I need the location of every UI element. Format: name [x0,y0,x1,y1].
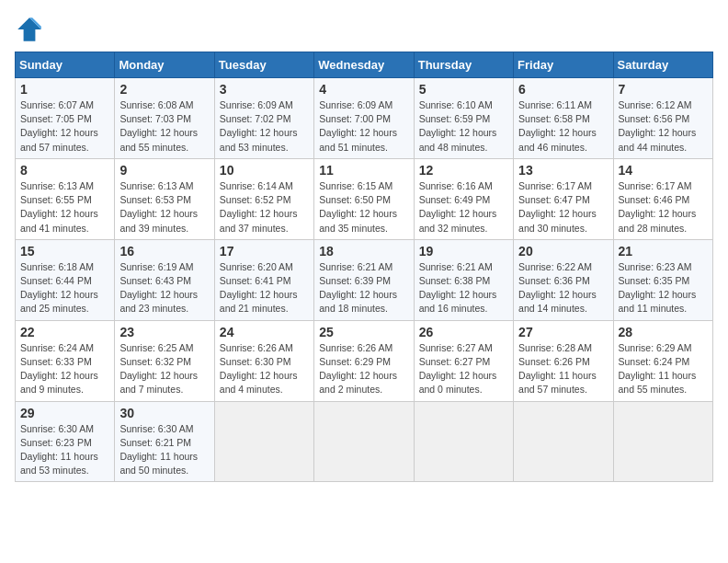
day-number: 1 [20,82,109,97]
col-header-friday: Friday [514,52,613,78]
svg-marker-0 [17,17,41,41]
day-detail: Sunrise: 6:11 AMSunset: 6:58 PMDaylight:… [518,99,597,153]
col-header-sunday: Sunday [16,52,115,78]
calendar-cell: 11Sunrise: 6:15 AMSunset: 6:50 PMDayligh… [314,158,414,239]
day-number: 2 [119,82,209,97]
col-header-thursday: Thursday [414,52,513,78]
day-detail: Sunrise: 6:18 AMSunset: 6:44 PMDaylight:… [20,261,98,315]
day-detail: Sunrise: 6:16 AMSunset: 6:49 PMDaylight:… [419,180,497,234]
calendar-cell [214,401,313,482]
calendar-cell: 20Sunrise: 6:22 AMSunset: 6:36 PMDayligh… [514,239,613,320]
week-row-3: 15Sunrise: 6:18 AMSunset: 6:44 PMDayligh… [16,239,713,320]
calendar-table: SundayMondayTuesdayWednesdayThursdayFrid… [15,52,713,482]
calendar-cell: 4Sunrise: 6:09 AMSunset: 7:00 PMDaylight… [314,78,414,159]
day-number: 29 [20,406,109,420]
calendar-cell: 12Sunrise: 6:16 AMSunset: 6:49 PMDayligh… [414,158,513,239]
calendar-cell [414,401,513,482]
logo [15,15,48,44]
calendar-cell: 17Sunrise: 6:20 AMSunset: 6:41 PMDayligh… [214,239,313,320]
calendar-cell: 30Sunrise: 6:30 AMSunset: 6:21 PMDayligh… [115,401,214,482]
day-detail: Sunrise: 6:08 AMSunset: 7:03 PMDaylight:… [119,99,198,153]
day-number: 9 [119,163,209,178]
calendar-cell: 13Sunrise: 6:17 AMSunset: 6:47 PMDayligh… [514,158,613,239]
day-detail: Sunrise: 6:30 AMSunset: 6:21 PMDaylight:… [119,423,198,477]
day-number: 18 [319,244,408,259]
day-number: 26 [419,325,508,339]
calendar-cell [514,401,613,482]
day-detail: Sunrise: 6:09 AMSunset: 7:02 PMDaylight:… [220,99,298,153]
day-detail: Sunrise: 6:20 AMSunset: 6:41 PMDaylight:… [220,261,298,315]
day-detail: Sunrise: 6:07 AMSunset: 7:05 PMDaylight:… [20,99,98,153]
day-number: 27 [518,325,608,339]
day-detail: Sunrise: 6:25 AMSunset: 6:32 PMDaylight:… [119,342,198,396]
calendar-cell [613,401,712,482]
calendar-cell: 6Sunrise: 6:11 AMSunset: 6:58 PMDaylight… [514,78,613,159]
day-number: 11 [319,163,408,178]
calendar-cell: 14Sunrise: 6:17 AMSunset: 6:46 PMDayligh… [613,158,712,239]
day-detail: Sunrise: 6:22 AMSunset: 6:36 PMDaylight:… [518,261,597,315]
calendar-cell: 22Sunrise: 6:24 AMSunset: 6:33 PMDayligh… [16,320,115,401]
day-number: 23 [119,325,209,339]
day-number: 5 [419,82,508,97]
calendar-cell: 1Sunrise: 6:07 AMSunset: 7:05 PMDaylight… [16,78,115,159]
calendar-cell: 16Sunrise: 6:19 AMSunset: 6:43 PMDayligh… [115,239,214,320]
day-detail: Sunrise: 6:13 AMSunset: 6:53 PMDaylight:… [119,180,198,234]
day-detail: Sunrise: 6:17 AMSunset: 6:47 PMDaylight:… [518,180,597,234]
day-detail: Sunrise: 6:28 AMSunset: 6:26 PMDaylight:… [518,342,597,396]
day-detail: Sunrise: 6:21 AMSunset: 6:38 PMDaylight:… [419,261,497,315]
day-detail: Sunrise: 6:10 AMSunset: 6:59 PMDaylight:… [419,99,497,153]
day-number: 24 [220,325,309,339]
day-number: 12 [419,163,508,178]
day-detail: Sunrise: 6:24 AMSunset: 6:33 PMDaylight:… [20,342,98,396]
calendar-cell: 28Sunrise: 6:29 AMSunset: 6:24 PMDayligh… [613,320,712,401]
day-detail: Sunrise: 6:30 AMSunset: 6:23 PMDaylight:… [20,423,98,477]
day-detail: Sunrise: 6:09 AMSunset: 7:00 PMDaylight:… [319,99,397,153]
calendar-cell: 8Sunrise: 6:13 AMSunset: 6:55 PMDaylight… [16,158,115,239]
day-number: 3 [220,82,309,97]
header-row: SundayMondayTuesdayWednesdayThursdayFrid… [16,52,713,78]
calendar-cell: 24Sunrise: 6:26 AMSunset: 6:30 PMDayligh… [214,320,313,401]
calendar-cell [314,401,414,482]
week-row-1: 1Sunrise: 6:07 AMSunset: 7:05 PMDaylight… [16,78,713,159]
day-detail: Sunrise: 6:12 AMSunset: 6:56 PMDaylight:… [619,99,697,153]
day-detail: Sunrise: 6:21 AMSunset: 6:39 PMDaylight:… [319,261,397,315]
col-header-saturday: Saturday [613,52,712,78]
day-detail: Sunrise: 6:23 AMSunset: 6:35 PMDaylight:… [619,261,697,315]
calendar-cell: 10Sunrise: 6:14 AMSunset: 6:52 PMDayligh… [214,158,313,239]
col-header-monday: Monday [115,52,214,78]
day-number: 20 [518,244,608,259]
day-number: 14 [619,163,708,178]
week-row-2: 8Sunrise: 6:13 AMSunset: 6:55 PMDaylight… [16,158,713,239]
logo-icon [15,15,44,44]
day-number: 6 [518,82,608,97]
calendar-cell: 25Sunrise: 6:26 AMSunset: 6:29 PMDayligh… [314,320,414,401]
col-header-wednesday: Wednesday [314,52,414,78]
day-number: 13 [518,163,608,178]
day-number: 10 [220,163,309,178]
calendar-cell: 27Sunrise: 6:28 AMSunset: 6:26 PMDayligh… [514,320,613,401]
calendar-cell: 23Sunrise: 6:25 AMSunset: 6:32 PMDayligh… [115,320,214,401]
week-row-4: 22Sunrise: 6:24 AMSunset: 6:33 PMDayligh… [16,320,713,401]
calendar-cell: 26Sunrise: 6:27 AMSunset: 6:27 PMDayligh… [414,320,513,401]
day-detail: Sunrise: 6:19 AMSunset: 6:43 PMDaylight:… [119,261,198,315]
day-number: 8 [20,163,109,178]
day-number: 22 [20,325,109,339]
calendar-cell: 9Sunrise: 6:13 AMSunset: 6:53 PMDaylight… [115,158,214,239]
page-header [15,15,713,44]
day-detail: Sunrise: 6:29 AMSunset: 6:24 PMDaylight:… [619,342,697,396]
calendar-cell: 3Sunrise: 6:09 AMSunset: 7:02 PMDaylight… [214,78,313,159]
calendar-cell: 2Sunrise: 6:08 AMSunset: 7:03 PMDaylight… [115,78,214,159]
day-detail: Sunrise: 6:14 AMSunset: 6:52 PMDaylight:… [220,180,298,234]
col-header-tuesday: Tuesday [214,52,313,78]
calendar-cell: 7Sunrise: 6:12 AMSunset: 6:56 PMDaylight… [613,78,712,159]
day-number: 7 [619,82,708,97]
day-number: 21 [619,244,708,259]
calendar-cell: 15Sunrise: 6:18 AMSunset: 6:44 PMDayligh… [16,239,115,320]
day-number: 15 [20,244,109,259]
day-detail: Sunrise: 6:15 AMSunset: 6:50 PMDaylight:… [319,180,397,234]
day-number: 17 [220,244,309,259]
day-number: 25 [319,325,408,339]
day-number: 30 [119,406,209,420]
day-number: 19 [419,244,508,259]
day-number: 28 [619,325,708,339]
